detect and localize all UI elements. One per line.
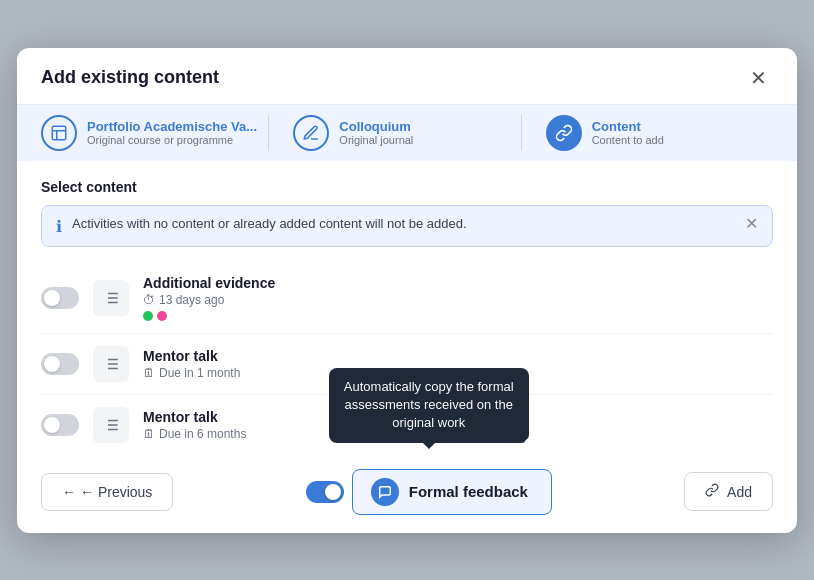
item-icon-1 <box>93 280 129 316</box>
breadcrumb-portfolio-sub: Original course or programme <box>87 134 257 146</box>
breadcrumb-item-content: Content Content to add <box>521 115 773 151</box>
formal-feedback-tooltip: Automatically copy the formal assessment… <box>329 368 529 443</box>
section-label: Select content <box>41 179 773 195</box>
content-icon <box>546 115 582 151</box>
ff-icon <box>371 478 399 506</box>
item-meta-1: ⏱ 13 days ago <box>143 293 773 307</box>
item-icon-3 <box>93 407 129 443</box>
item-icon-2 <box>93 346 129 382</box>
modal-title: Add existing content <box>41 67 219 88</box>
info-banner-close[interactable]: ✕ <box>745 216 758 232</box>
add-existing-content-modal: Add existing content ✕ Portfolio Academi… <box>17 48 797 533</box>
breadcrumb-colloquium-sub: Original journal <box>339 134 413 146</box>
formal-feedback-button[interactable]: Formal feedback <box>352 469 552 515</box>
svg-rect-0 <box>52 126 66 140</box>
breadcrumb-item-portfolio: Portfolio Academische Va... Original cou… <box>41 115 268 151</box>
list-item: Additional evidence ⏱ 13 days ago <box>41 263 773 334</box>
tooltip-text: Automatically copy the formal assessment… <box>344 379 514 430</box>
item-dots-1 <box>143 311 773 321</box>
breadcrumb-portfolio-name: Portfolio Academische Va... <box>87 119 257 134</box>
modal-footer: ← ← Previous Automatically copy the form… <box>17 455 797 533</box>
breadcrumb-item-colloquium: Colloquium Original journal <box>268 115 520 151</box>
prev-arrow-icon: ← <box>62 484 76 500</box>
portfolio-icon <box>41 115 77 151</box>
info-banner: ℹ Activities with no content or already … <box>41 205 773 247</box>
close-button[interactable]: ✕ <box>744 66 773 90</box>
item-name-1: Additional evidence <box>143 275 773 291</box>
previous-button[interactable]: ← ← Previous <box>41 473 173 511</box>
add-link-icon <box>705 483 719 500</box>
formal-feedback-toggle[interactable] <box>306 481 344 503</box>
item-toggle-3[interactable] <box>41 414 79 436</box>
breadcrumb-content-name: Content <box>592 119 664 134</box>
breadcrumb-content-sub: Content to add <box>592 134 664 146</box>
item-meta-icon-2: 🗓 <box>143 366 155 380</box>
formal-feedback-label: Formal feedback <box>409 483 528 500</box>
previous-label: ← Previous <box>80 484 152 500</box>
item-name-2: Mentor talk <box>143 348 773 364</box>
breadcrumb-bar: Portfolio Academische Va... Original cou… <box>17 105 797 161</box>
cursor-hint: ↗ <box>522 425 537 450</box>
colloquium-icon <box>293 115 329 151</box>
item-meta-icon-3: 🗓 <box>143 427 155 441</box>
formal-feedback-area: Formal feedback <box>306 469 552 515</box>
dot-green <box>143 311 153 321</box>
add-label: Add <box>727 484 752 500</box>
modal-header: Add existing content ✕ <box>17 48 797 105</box>
dot-pink <box>157 311 167 321</box>
info-icon: ℹ <box>56 217 62 236</box>
info-banner-text: Activities with no content or already ad… <box>72 216 735 231</box>
footer-center: Automatically copy the formal assessment… <box>306 469 552 515</box>
breadcrumb-colloquium-name: Colloquium <box>339 119 413 134</box>
item-toggle-1[interactable] <box>41 287 79 309</box>
item-toggle-2[interactable] <box>41 353 79 375</box>
item-meta-icon-1: ⏱ <box>143 293 155 307</box>
add-button[interactable]: Add <box>684 472 773 511</box>
